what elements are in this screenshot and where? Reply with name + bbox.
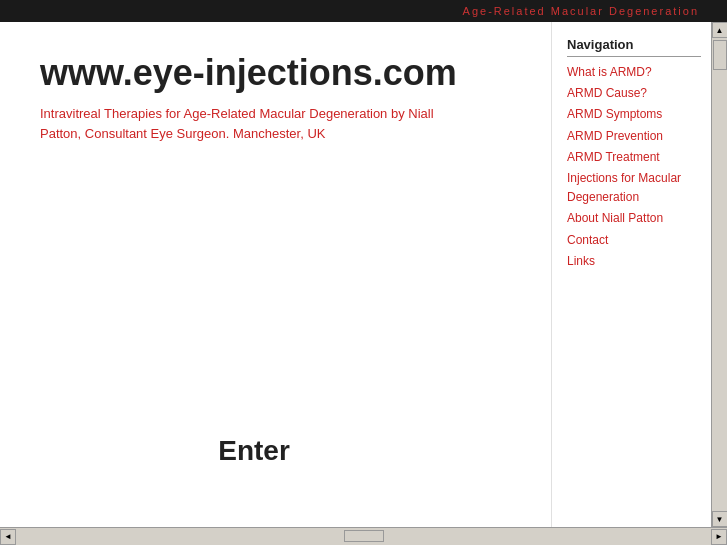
site-subtitle: Intravitreal Therapies for Age-Related M… (40, 104, 470, 143)
nav-link-4[interactable]: ARMD Treatment (567, 148, 701, 167)
right-sidebar: Navigation What is ARMD?ARMD Cause?ARMD … (551, 22, 711, 527)
scroll-left-icon: ◄ (4, 532, 12, 541)
horizontal-scrollbar: ◄ ► (0, 527, 727, 545)
vertical-scrollbar: ▲ ▼ (711, 22, 727, 527)
nav-list-item: Injections for Macular Degeneration (567, 169, 701, 207)
nav-title: Navigation (567, 37, 701, 57)
nav-link-6[interactable]: About Niall Patton (567, 209, 701, 228)
scroll-up-button[interactable]: ▲ (712, 22, 728, 38)
nav-list-item: ARMD Prevention (567, 127, 701, 146)
nav-link-2[interactable]: ARMD Symptoms (567, 105, 701, 124)
nav-link-3[interactable]: ARMD Prevention (567, 127, 701, 146)
scroll-down-icon: ▼ (716, 515, 724, 524)
nav-list-item: What is ARMD? (567, 63, 701, 82)
h-scroll-thumb[interactable] (344, 530, 384, 542)
nav-link-8[interactable]: Links (567, 252, 701, 271)
nav-link-5[interactable]: Injections for Macular Degeneration (567, 169, 701, 207)
scroll-thumb[interactable] (713, 40, 727, 70)
nav-list-item: About Niall Patton (567, 209, 701, 228)
enter-link[interactable]: Enter (218, 435, 290, 467)
nav-list-item: ARMD Cause? (567, 84, 701, 103)
top-bar-text: Age-Related Macular Degeneration (463, 5, 699, 17)
scroll-right-icon: ► (715, 532, 723, 541)
nav-list-item: Links (567, 252, 701, 271)
scroll-left-button[interactable]: ◄ (0, 529, 16, 545)
nav-link-0[interactable]: What is ARMD? (567, 63, 701, 82)
site-title: www.eye-injections.com (40, 52, 531, 94)
scroll-down-button[interactable]: ▼ (712, 511, 728, 527)
left-content: www.eye-injections.com Intravitreal Ther… (0, 22, 551, 527)
main-wrapper: Age-Related Macular Degeneration www.eye… (0, 0, 727, 545)
center-and-sidebar: www.eye-injections.com Intravitreal Ther… (0, 22, 711, 527)
nav-list-item: ARMD Symptoms (567, 105, 701, 124)
scroll-right-button[interactable]: ► (711, 529, 727, 545)
nav-list-item: Contact (567, 231, 701, 250)
scroll-up-icon: ▲ (716, 26, 724, 35)
nav-list-item: ARMD Treatment (567, 148, 701, 167)
nav-link-7[interactable]: Contact (567, 231, 701, 250)
content-row: www.eye-injections.com Intravitreal Ther… (0, 22, 727, 527)
nav-link-1[interactable]: ARMD Cause? (567, 84, 701, 103)
nav-links: What is ARMD?ARMD Cause?ARMD SymptomsARM… (567, 63, 701, 271)
top-bar: Age-Related Macular Degeneration (0, 0, 727, 22)
